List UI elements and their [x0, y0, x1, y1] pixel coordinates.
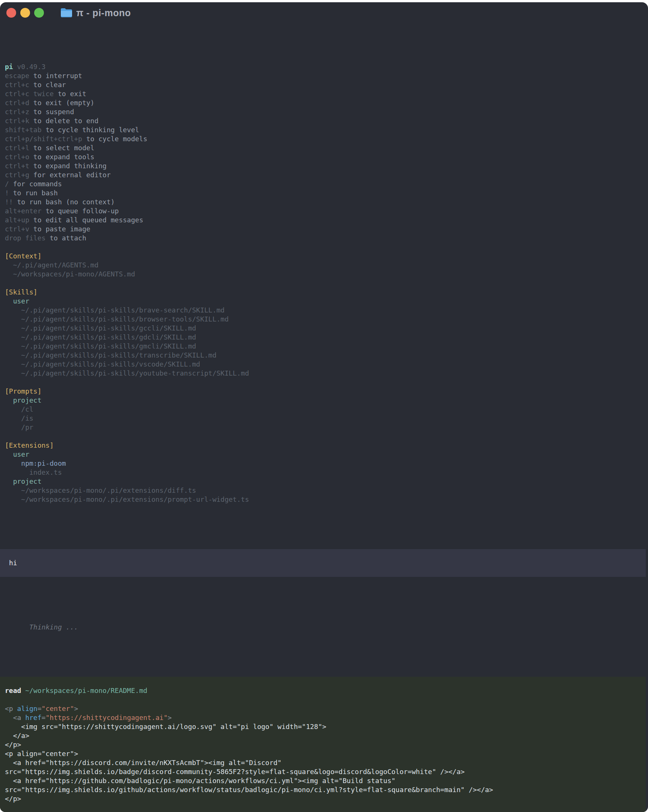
- user-message: hi: [0, 549, 646, 577]
- terminal-line: [5, 803, 641, 812]
- terminal-line: pi v0.49.3: [5, 63, 643, 71]
- terminal-line: [Prompts]: [5, 387, 643, 396]
- terminal-line: ctrl+z to suspend: [5, 107, 643, 116]
- terminal-line: [Skills]: [5, 288, 643, 297]
- window-title: π - pi-mono: [76, 8, 131, 18]
- terminal-line: ctrl+p/shift+ctrl+p to cycle models: [5, 134, 643, 143]
- terminal-line: ~/workspaces/pi-mono/.pi/extensions/prom…: [5, 495, 643, 504]
- terminal-line: [5, 243, 643, 252]
- terminal-line: [Extensions]: [5, 441, 643, 450]
- terminal-line: ~/.pi/agent/skills/pi-skills/gmcli/SKILL…: [5, 342, 643, 351]
- terminal-line: /pr: [5, 423, 643, 432]
- terminal-line: ctrl+c to clear: [5, 80, 643, 89]
- terminal-line: [Context]: [5, 252, 643, 261]
- terminal-line: [5, 378, 643, 387]
- terminal-line: escape to interrupt: [5, 71, 643, 80]
- terminal-line: ctrl+c twice to exit: [5, 89, 643, 98]
- terminal-line: ctrl+d to exit (empty): [5, 98, 643, 107]
- terminal-line: ~/.pi/agent/skills/pi-skills/youtube-tra…: [5, 369, 643, 378]
- terminal-line: !! to run bash (no context): [5, 198, 643, 206]
- close-button[interactable]: [6, 8, 16, 18]
- terminal-line: ~/.pi/agent/skills/pi-skills/gdcli/SKILL…: [5, 333, 643, 342]
- terminal-line: user: [5, 297, 643, 306]
- startup-info: pi v0.49.3escape to interruptctrl+c to c…: [0, 50, 648, 504]
- terminal-line: <a href="https://shittycodingagent.ai">: [5, 713, 641, 722]
- terminal-line: index.ts: [5, 468, 643, 477]
- terminal-line: ! to run bash: [5, 189, 643, 198]
- thinking-indicator: Thinking ...: [0, 614, 648, 641]
- terminal-line: ~/.pi/agent/AGENTS.md: [5, 261, 643, 270]
- terminal-line: </a>: [5, 731, 641, 740]
- terminal-content: pi v0.49.3escape to interruptctrl+c to c…: [0, 23, 648, 812]
- terminal-line: alt+up to edit all queued messages: [5, 215, 643, 224]
- terminal-line: <img src="https://shittycodingagent.ai/l…: [5, 722, 641, 731]
- traffic-lights: [0, 8, 44, 18]
- tool-call-read-block: read ~/workspaces/pi-mono/README.md <p a…: [0, 677, 646, 812]
- title-bar: π - pi-mono: [0, 2, 648, 23]
- terminal-line: ~/.pi/agent/skills/pi-skills/browser-too…: [5, 315, 643, 324]
- terminal-line: read ~/workspaces/pi-mono/README.md: [5, 686, 641, 695]
- folder-icon: [61, 8, 72, 18]
- terminal-line: shift+tab to cycle thinking level: [5, 125, 643, 134]
- terminal-line: / for commands: [5, 180, 643, 189]
- terminal-line: <a href="https://github.com/badlogic/pi-…: [5, 776, 641, 785]
- terminal-line: ctrl+v to paste image: [5, 224, 643, 234]
- terminal-line: ~/.pi/agent/skills/pi-skills/gccli/SKILL…: [5, 324, 643, 333]
- terminal-line: src="https://img.shields.io/badge/discor…: [5, 767, 641, 776]
- terminal-line: project: [5, 477, 643, 486]
- terminal-line: ctrl+g for external editor: [5, 171, 643, 180]
- user-message-text: hi: [9, 559, 17, 568]
- thinking-text: Thinking ...: [29, 623, 78, 631]
- terminal-line: <a href="https://discord.com/invite/nKXT…: [5, 758, 641, 767]
- title-group: π - pi-mono: [61, 8, 131, 18]
- terminal-line: project: [5, 396, 643, 405]
- terminal-line: <p align="center">: [5, 749, 641, 758]
- terminal-line: ctrl+k to delete to end: [5, 116, 643, 125]
- terminal-line: npm:pi-doom: [5, 459, 643, 468]
- terminal-line: <p align="center">: [5, 704, 641, 713]
- terminal-line: src="https://img.shields.io/github/actio…: [5, 785, 641, 794]
- terminal-line: /cl: [5, 405, 643, 414]
- terminal-line: alt+enter to queue follow-up: [5, 206, 643, 215]
- terminal-line: ~/workspaces/pi-mono/AGENTS.md: [5, 270, 643, 279]
- minimize-button[interactable]: [20, 8, 30, 18]
- terminal-line: ctrl+t to expand thinking: [5, 162, 643, 171]
- terminal-line: [5, 432, 643, 441]
- terminal-line: ctrl+o to expand tools: [5, 153, 643, 162]
- terminal-line: /is: [5, 414, 643, 423]
- zoom-button[interactable]: [34, 8, 44, 18]
- terminal-line: drop files to attach: [5, 234, 643, 243]
- terminal-line: ~/.pi/agent/skills/pi-skills/vscode/SKIL…: [5, 360, 643, 369]
- terminal-line: ~/workspaces/pi-mono/.pi/extensions/diff…: [5, 486, 643, 495]
- terminal-line: ctrl+l to select model: [5, 143, 643, 153]
- terminal-line: ~/.pi/agent/skills/pi-skills/transcribe/…: [5, 351, 643, 360]
- terminal-window: π - pi-mono pi v0.49.3escape to interrup…: [0, 2, 648, 812]
- terminal-line: </p>: [5, 740, 641, 749]
- terminal-line: user: [5, 450, 643, 459]
- terminal-line: </p>: [5, 794, 641, 803]
- terminal-line: [5, 279, 643, 288]
- terminal-line: [5, 695, 641, 704]
- terminal-line: ~/.pi/agent/skills/pi-skills/brave-searc…: [5, 306, 643, 315]
